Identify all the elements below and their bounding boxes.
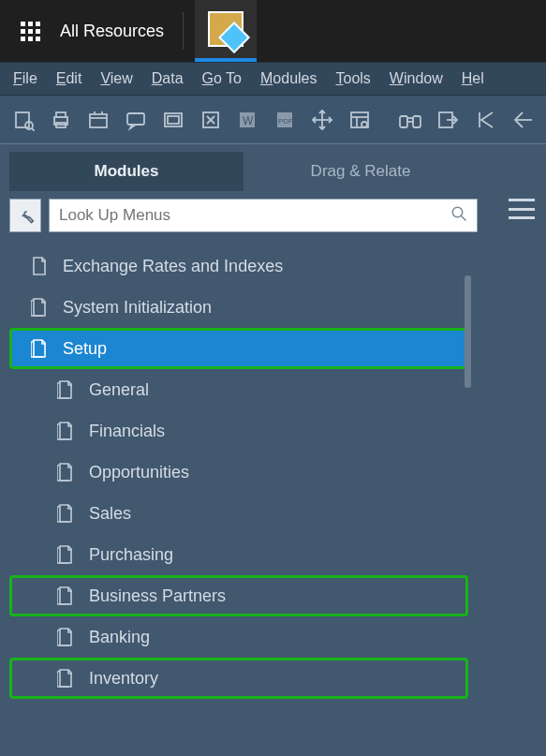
word-icon[interactable]: W <box>236 107 260 133</box>
tab-modules[interactable]: Modules <box>9 152 243 191</box>
folder-icon <box>57 668 74 689</box>
menu-hel[interactable]: Hel <box>462 70 484 87</box>
tree-item-label: Business Partners <box>89 586 226 606</box>
binoculars-icon[interactable] <box>398 107 422 133</box>
menu-file[interactable]: File <box>13 70 37 87</box>
move-icon[interactable] <box>310 107 334 133</box>
tree-item-label: Purchasing <box>89 545 173 565</box>
tree-item-opportunities[interactable]: Opportunities <box>9 452 468 493</box>
tree-item-label: Setup <box>63 339 107 359</box>
search-icon[interactable] <box>450 205 467 226</box>
svg-rect-4 <box>56 112 66 117</box>
svg-point-33 <box>452 207 463 217</box>
window-icon[interactable] <box>86 107 111 133</box>
tree-item-setup[interactable]: Setup <box>9 328 468 369</box>
sms-icon[interactable] <box>124 107 148 133</box>
svg-point-25 <box>362 122 367 127</box>
layout-icon[interactable] <box>161 107 185 133</box>
tree-item-label: Exchange Rates and Indexes <box>63 257 283 276</box>
svg-rect-22 <box>351 112 368 127</box>
menu-data[interactable]: Data <box>152 70 184 87</box>
svg-text:PDF: PDF <box>278 117 293 126</box>
svg-rect-12 <box>168 116 179 124</box>
hamburger-icon[interactable] <box>509 199 535 219</box>
tree-item-purchasing[interactable]: Purchasing <box>9 534 468 575</box>
menu-tools[interactable]: Tools <box>335 70 370 87</box>
toolbar: W PDF <box>0 96 546 144</box>
folder-icon <box>57 627 74 647</box>
tree-item-label: System Initialization <box>63 298 212 318</box>
svg-rect-10 <box>127 113 144 125</box>
tree-item-label: Inventory <box>89 669 158 689</box>
svg-rect-28 <box>407 118 413 122</box>
tree-item-label: General <box>89 380 149 400</box>
document-icon <box>31 256 48 276</box>
tree-item-general[interactable]: General <box>9 369 468 410</box>
menu-goto[interactable]: Go To <box>202 70 242 87</box>
title-bar: All Resources <box>0 0 546 62</box>
folder-icon <box>57 421 74 441</box>
svg-rect-27 <box>413 116 421 127</box>
svg-rect-0 <box>16 112 29 127</box>
svg-rect-26 <box>400 116 407 127</box>
apps-grid-icon[interactable] <box>21 22 49 41</box>
folder-icon <box>57 503 74 524</box>
topbar-title: All Resources <box>60 22 164 41</box>
search-input[interactable] <box>59 206 450 225</box>
tree-item-banking[interactable]: Banking <box>9 616 468 658</box>
export-icon[interactable] <box>435 107 460 133</box>
menu-view[interactable]: View <box>100 70 132 87</box>
divider <box>183 12 184 50</box>
scrollbar[interactable] <box>465 275 471 388</box>
svg-line-34 <box>461 215 465 220</box>
folder-icon <box>31 297 48 318</box>
menubar: FileEditViewDataGo ToModulesToolsWindowH… <box>0 62 546 96</box>
tree-item-business-partners[interactable]: Business Partners <box>9 575 468 616</box>
folder-icon <box>57 586 74 606</box>
search-box[interactable] <box>49 199 478 232</box>
print-icon[interactable] <box>49 107 73 133</box>
svg-rect-6 <box>90 114 107 127</box>
tree-item-exchange-rates-and-indexes[interactable]: Exchange Rates and Indexes <box>9 245 468 287</box>
folder-icon <box>31 338 48 359</box>
svg-text:W: W <box>243 114 254 127</box>
tree-item-inventory[interactable]: Inventory <box>9 658 468 699</box>
pdf-icon[interactable]: PDF <box>273 107 297 133</box>
menu-modules[interactable]: Modules <box>260 70 317 87</box>
excel-icon[interactable] <box>199 107 223 133</box>
tab-drag-relate[interactable]: Drag & Relate <box>243 152 478 191</box>
lock-layout-icon[interactable] <box>347 107 372 133</box>
nav-tree: Exchange Rates and IndexesSystem Initial… <box>9 245 537 699</box>
svg-line-2 <box>32 128 35 131</box>
tabs: Modules Drag & Relate <box>9 152 478 191</box>
app-switcher-icon[interactable] <box>195 0 257 62</box>
tree-item-system-initialization[interactable]: System Initialization <box>9 287 468 328</box>
prev-icon[interactable] <box>510 107 535 133</box>
tree-item-label: Sales <box>89 504 131 524</box>
tree-item-sales[interactable]: Sales <box>9 493 468 534</box>
menu-edit[interactable]: Edit <box>56 70 82 87</box>
tree-item-label: Financials <box>89 422 165 441</box>
tree-item-label: Opportunities <box>89 463 189 482</box>
tree-item-financials[interactable]: Financials <box>9 410 468 452</box>
preview-icon[interactable] <box>11 107 36 133</box>
folder-icon <box>57 379 74 400</box>
folder-icon <box>57 462 74 482</box>
folder-icon <box>57 544 74 565</box>
menu-window[interactable]: Window <box>390 70 443 87</box>
first-icon[interactable] <box>473 107 497 133</box>
tree-item-label: Banking <box>89 628 150 647</box>
wrench-icon[interactable] <box>9 199 41 232</box>
